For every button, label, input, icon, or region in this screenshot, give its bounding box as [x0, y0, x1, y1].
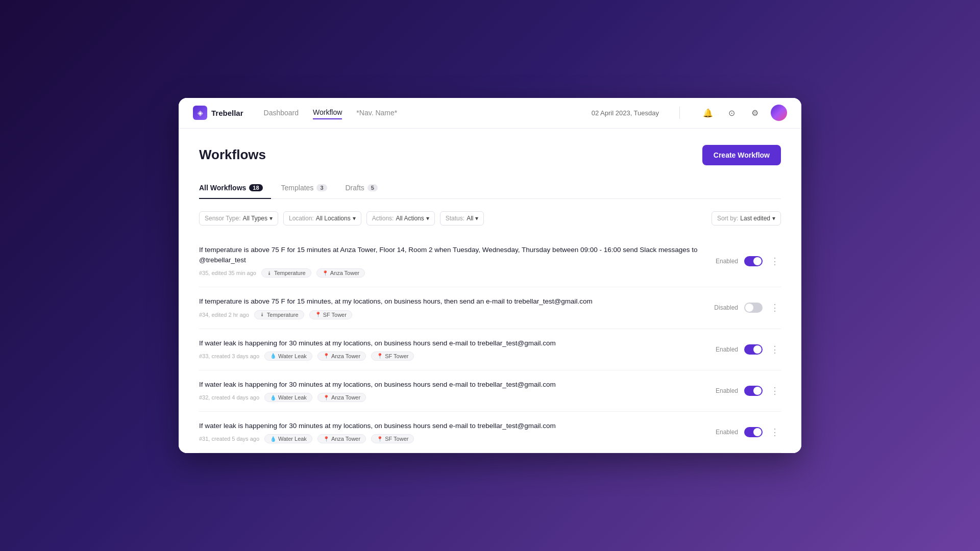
- workflow-tag: 📍 Anza Tower: [317, 393, 366, 402]
- status-label: Enabled: [716, 387, 738, 394]
- workflow-more-button[interactable]: ⋮: [769, 343, 781, 356]
- workflow-tag: 📍 Anza Tower: [317, 434, 366, 443]
- app-window: ◈ Trebellar Dashboard Workflow *Nav. Nam…: [179, 98, 801, 454]
- tag-label: Anza Tower: [330, 270, 359, 276]
- workflow-more-button[interactable]: ⋮: [769, 302, 781, 314]
- settings-icon[interactable]: ⚙: [747, 105, 763, 120]
- workflow-right: Disabled ⋮: [709, 302, 781, 314]
- workflow-toggle[interactable]: [744, 427, 763, 437]
- tab-drafts[interactable]: Drafts 5: [346, 180, 386, 199]
- filters-bar: Sensor Type: All Types ▾ Location: All L…: [199, 211, 781, 226]
- tag-icon: 🌡: [267, 270, 272, 276]
- workflow-id: #32, created 4 days ago: [199, 394, 259, 400]
- workflow-description: If water leak is happening for 30 minute…: [199, 380, 709, 390]
- workflow-meta: #33, created 3 days ago 💧 Water Leak 📍 A…: [199, 352, 709, 361]
- create-workflow-button[interactable]: Create Workflow: [702, 145, 781, 165]
- tag-label: Water Leak: [278, 353, 307, 359]
- workflow-tag: 💧 Water Leak: [264, 393, 312, 402]
- tag-icon: 📍: [315, 312, 321, 317]
- workflow-item: If temperature is above 75 F for 15 minu…: [199, 287, 781, 329]
- tab-templates[interactable]: Templates 3: [281, 180, 335, 199]
- workflow-toggle[interactable]: [744, 386, 763, 396]
- nav-divider: [679, 107, 680, 119]
- tag-icon: 📍: [323, 436, 329, 442]
- tag-icon: 💧: [270, 395, 276, 400]
- status-filter[interactable]: Status: All ▾: [440, 211, 484, 226]
- nav-workflow[interactable]: Workflow: [313, 106, 342, 119]
- workflow-description: If water leak is happening for 30 minute…: [199, 338, 709, 348]
- tag-icon: 📍: [377, 436, 383, 442]
- logo-icon: ◈: [193, 106, 207, 120]
- workflow-tag: 📍 SF Tower: [309, 310, 352, 319]
- tag-label: Temperature: [267, 312, 299, 318]
- workflow-tag: 💧 Water Leak: [264, 434, 312, 443]
- workflow-description: If temperature is above 75 F for 15 minu…: [199, 245, 709, 266]
- tag-label: Anza Tower: [331, 394, 360, 400]
- notifications-icon[interactable]: 🔔: [700, 105, 716, 120]
- nav-icons: 🔔 ⊙ ⚙: [700, 105, 787, 121]
- workflow-description: If temperature is above 75 F for 15 minu…: [199, 296, 709, 307]
- workflow-toggle[interactable]: [744, 256, 763, 266]
- workflow-item: If temperature is above 75 F for 15 minu…: [199, 236, 781, 288]
- workflow-item: If water leak is happening for 30 minute…: [199, 329, 781, 370]
- workflow-toggle[interactable]: [744, 344, 763, 355]
- workflow-left: If water leak is happening for 30 minute…: [199, 338, 709, 361]
- page-title: Workflows: [199, 147, 266, 163]
- tag-icon: 💧: [270, 436, 276, 442]
- workflow-id: #34, edited 2 hr ago: [199, 312, 249, 318]
- workflow-meta: #35, edited 35 min ago 🌡 Temperature 📍 A…: [199, 268, 709, 278]
- tag-label: SF Tower: [385, 353, 408, 359]
- status-label: Disabled: [714, 304, 738, 311]
- tag-label: Temperature: [274, 270, 306, 276]
- page-header: Workflows Create Workflow: [199, 145, 781, 165]
- tag-icon: 🌡: [260, 312, 265, 317]
- tab-all-workflows[interactable]: All Workflows 18: [199, 180, 271, 199]
- workflow-tag: 💧 Water Leak: [264, 352, 312, 361]
- toggle-knob: [753, 428, 762, 436]
- status-label: Enabled: [716, 346, 738, 353]
- workflow-right: Enabled ⋮: [709, 255, 781, 267]
- tag-label: Anza Tower: [331, 353, 360, 359]
- actions-filter[interactable]: Actions: All Actions ▾: [366, 211, 435, 226]
- workflow-left: If water leak is happening for 30 minute…: [199, 421, 709, 443]
- workflow-right: Enabled ⋮: [709, 343, 781, 356]
- workflow-tag: 📍 SF Tower: [371, 434, 414, 443]
- workflow-tag: 🌡 Temperature: [254, 310, 304, 319]
- tag-icon: 📍: [323, 353, 329, 359]
- avatar[interactable]: [771, 105, 787, 121]
- toggle-knob: [745, 304, 753, 312]
- tag-label: SF Tower: [385, 436, 408, 442]
- workflow-left: If temperature is above 75 F for 15 minu…: [199, 245, 709, 278]
- workflow-right: Enabled ⋮: [709, 385, 781, 397]
- sort-select[interactable]: Sort by: Last edited ▾: [712, 211, 781, 226]
- workflow-more-button[interactable]: ⋮: [769, 426, 781, 438]
- nav-date: 02 April 2023, Tuesday: [592, 109, 659, 117]
- toggle-knob: [753, 257, 762, 265]
- tag-label: Water Leak: [278, 436, 307, 442]
- workflow-more-button[interactable]: ⋮: [769, 255, 781, 267]
- nav-name[interactable]: *Nav. Name*: [356, 107, 397, 119]
- sensor-type-filter[interactable]: Sensor Type: All Types ▾: [199, 211, 278, 226]
- status-label: Enabled: [716, 429, 738, 436]
- workflow-meta: #34, edited 2 hr ago 🌡 Temperature 📍 SF …: [199, 310, 709, 319]
- logo-area: ◈ Trebellar: [193, 106, 243, 120]
- workflow-description: If water leak is happening for 30 minute…: [199, 421, 709, 431]
- location-filter[interactable]: Location: All Locations ▾: [283, 211, 361, 226]
- workflow-right: Enabled ⋮: [709, 426, 781, 438]
- workflow-item: If water leak is happening for 30 minute…: [199, 412, 781, 453]
- workflow-toggle[interactable]: [744, 303, 763, 313]
- tag-label: Water Leak: [278, 394, 307, 400]
- workflow-id: #31, created 5 days ago: [199, 436, 259, 442]
- nav-dashboard[interactable]: Dashboard: [264, 107, 299, 119]
- workflow-left: If temperature is above 75 F for 15 minu…: [199, 296, 709, 319]
- tag-icon: 📍: [323, 395, 329, 400]
- help-icon[interactable]: ⊙: [724, 105, 739, 120]
- tag-icon: 💧: [270, 353, 276, 359]
- logo-text: Trebellar: [211, 109, 243, 117]
- workflow-list: If temperature is above 75 F for 15 minu…: [199, 236, 781, 454]
- navbar: ◈ Trebellar Dashboard Workflow *Nav. Nam…: [179, 98, 801, 129]
- toggle-knob: [753, 387, 762, 395]
- tag-label: SF Tower: [323, 312, 347, 318]
- tag-icon: 📍: [377, 353, 383, 359]
- workflow-more-button[interactable]: ⋮: [769, 385, 781, 397]
